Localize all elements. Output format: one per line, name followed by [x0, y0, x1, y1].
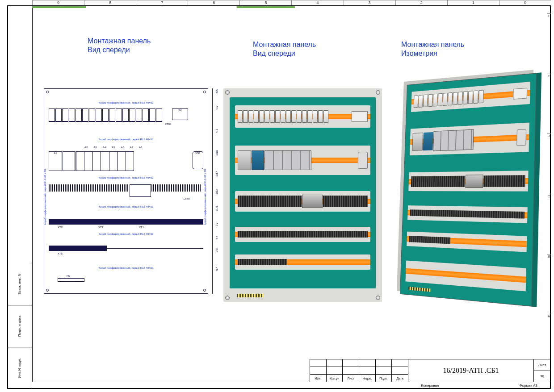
duct-label: Короб перфорированный, серый RL6 40×60 [44, 101, 208, 104]
row-ruler: FEDCBA [547, 13, 551, 374]
duct-label: Короб перфорированный, серый RL6 40×60 [44, 267, 208, 269]
side-stamp: Взам. инв. N Подп. и дата Инв.N подл. [7, 263, 32, 389]
view1-panel-front-drawing: Короб перфорированный, серый RL6 40×60 S… [44, 88, 208, 294]
duct-label: Короб перфорированный, серый RL6 40×60 [44, 176, 208, 179]
pe-label: PE [67, 275, 70, 277]
duct-label: Короб перфорированный, серый RL6 40×60 [44, 205, 208, 208]
fold-mark [237, 6, 295, 8]
view1-title: Монтажная панельВид спереди [88, 37, 151, 54]
duct-label: Короб перфорированный, серый RL6 40×60 [44, 233, 208, 235]
terminal-label: XT04 [165, 123, 171, 125]
drawing-number: 16/2019-АТП .СБ1 [408, 359, 533, 382]
view2-panel-front-render [223, 88, 382, 302]
pe-bar [237, 294, 264, 297]
view3-panel-isometric [399, 79, 542, 302]
title-block: Изм.Кол.учЛист№док.Подп.Дата 16/2019-АТП… [310, 359, 551, 382]
fold-mark [32, 6, 86, 8]
view3-title: Монтажная панельИзометрия [401, 40, 464, 58]
footer-line: КопировалФормат A3 [32, 382, 551, 389]
view2-title: Монтажная панельВид спереди [253, 40, 316, 58]
duct-label: Короб перфорированный, серый RL6 40×60 [44, 138, 208, 141]
column-ruler: 9876543210 [32, 0, 551, 5]
dimension-column: 65 97 97 140 107 102 101 77 77 74 97 [209, 88, 222, 294]
